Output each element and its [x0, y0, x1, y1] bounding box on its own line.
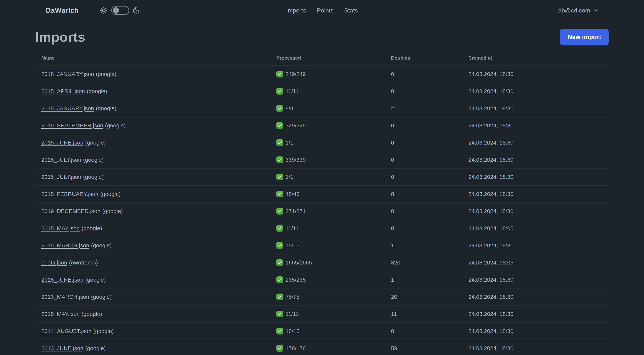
import-source-label: (google) — [96, 71, 116, 77]
cell-processed: 8/8 — [270, 100, 385, 117]
new-import-button[interactable]: New import — [560, 29, 608, 45]
import-source-label: (google) — [85, 277, 106, 283]
cell-doubles: 0 — [385, 323, 462, 340]
import-source-label: (google) — [82, 311, 102, 317]
processed-count: 178/178 — [286, 345, 306, 352]
import-source-label: (google) — [100, 191, 121, 197]
import-file-link[interactable]: 2018_JUNE.json — [41, 277, 83, 283]
chevron-down-icon — [593, 8, 598, 13]
cell-name: 2018_JUNE.json(google) — [36, 271, 270, 288]
cell-processed: 1/1 — [270, 168, 385, 186]
success-check-icon — [276, 225, 283, 232]
table-row: 2015_MAY.json(google) 11/11 0 24.03.2024… — [36, 220, 608, 237]
cell-name: 2014_AUGUST.json(google) — [36, 323, 270, 340]
processed-count: 249/249 — [286, 71, 306, 77]
cell-name: 2015_MAY.json(google) — [36, 306, 270, 323]
cell-processed: 1/1 — [270, 134, 385, 151]
table-row: 2018_JULY.json(google) 339/339 0 24.03.2… — [36, 151, 608, 168]
cell-name: 2015_JANUARY.json(google) — [36, 100, 270, 117]
success-check-icon — [276, 328, 283, 335]
import-file-link[interactable]: 2015_JULY.json — [41, 174, 81, 180]
app-logo[interactable]: DaWarIch — [46, 6, 79, 14]
cell-processed: 11/11 — [270, 220, 385, 237]
import-source-label: (google) — [91, 294, 112, 300]
import-file-link[interactable]: 2019_SEPTEMBER.json — [41, 122, 103, 128]
theme-toggle[interactable] — [100, 6, 140, 15]
cell-name: 2019_DECEMBER.json(google) — [36, 203, 270, 220]
import-file-link[interactable]: 2015_MARCH.json — [41, 242, 89, 249]
cell-created-at: 24.03.2024, 18:30 — [462, 168, 608, 186]
cell-created-at: 24.03.2024, 18:30 — [462, 323, 608, 340]
import-file-link[interactable]: 2015_MAY.json — [41, 311, 80, 317]
table-row: 2015_JULY.json(google) 1/1 0 24.03.2024,… — [36, 168, 608, 186]
imports-table: Name Processed Doubles Created at 2018_J… — [36, 51, 608, 355]
cell-created-at: 24.03.2024, 18:30 — [462, 134, 608, 151]
table-row: 2015_JANUARY.json(google) 8/8 2 24.03.20… — [36, 100, 608, 117]
import-source-label: (google) — [93, 328, 114, 334]
cell-processed: 11/11 — [270, 306, 385, 323]
success-check-icon — [276, 345, 283, 352]
imports-table-wrap: Name Processed Doubles Created at 2018_J… — [36, 51, 608, 355]
import-source-label: (google) — [102, 208, 123, 214]
cell-created-at: 24.03.2024, 18:30 — [462, 271, 608, 288]
import-file-link[interactable]: 2018_JANUARY.json — [41, 71, 94, 77]
table-row: 2015_JUNE.json(google) 1/1 0 24.03.2024,… — [36, 134, 608, 151]
processed-count: 11/11 — [286, 225, 299, 232]
import-source-label: (google) — [82, 225, 102, 231]
import-file-link[interactable]: 2015_FEBRUARY.json — [41, 191, 98, 197]
success-check-icon — [276, 191, 283, 197]
cell-doubles: 0 — [385, 134, 462, 151]
cell-processed: 329/329 — [270, 117, 385, 134]
success-check-icon — [276, 259, 283, 266]
cell-created-at: 24.03.2024, 18:30 — [462, 340, 608, 355]
cell-doubles: 820 — [385, 254, 462, 271]
import-file-link[interactable]: 2015_MAY.json — [41, 225, 80, 231]
import-file-link[interactable]: 2013_MARCH.json — [41, 294, 89, 300]
table-row: odata.json(owntracks) 1665/1665 820 24.0… — [36, 254, 608, 271]
table-row: 2018_JANUARY.json(google) 249/249 0 24.0… — [36, 65, 608, 83]
cell-processed: 48/48 — [270, 186, 385, 203]
cell-doubles: 0 — [385, 168, 462, 186]
import-file-link[interactable]: 2015_APRIL.json — [41, 88, 85, 94]
cell-name: 2013_JUNE.json(google) — [36, 340, 270, 355]
import-file-link[interactable]: 2019_DECEMBER.json — [41, 208, 100, 214]
cell-created-at: 24.03.2024, 18:30 — [462, 186, 608, 203]
import-file-link[interactable]: 2013_JUNE.json — [41, 345, 83, 351]
import-file-link[interactable]: 2015_JUNE.json — [41, 139, 83, 146]
success-check-icon — [276, 174, 283, 180]
import-file-link[interactable]: odata.json — [41, 260, 67, 266]
import-source-label: (google) — [83, 157, 104, 163]
success-check-icon — [276, 276, 283, 283]
import-source-label: (google) — [87, 88, 107, 94]
success-check-icon — [276, 88, 283, 95]
theme-switch-track[interactable] — [111, 6, 129, 15]
cell-doubles: 0 — [385, 83, 462, 100]
cell-name: 2015_MAY.json(google) — [36, 220, 270, 237]
success-check-icon — [276, 208, 283, 215]
nav-link-imports[interactable]: Imports — [286, 7, 306, 14]
processed-count: 75/75 — [286, 294, 300, 300]
cell-created-at: 24.03.2024, 18:30 — [462, 83, 608, 100]
cell-name: 2015_MARCH.json(google) — [36, 237, 270, 254]
nav-link-stats[interactable]: Stats — [344, 7, 358, 14]
success-check-icon — [276, 139, 283, 146]
processed-count: 11/11 — [286, 88, 299, 94]
cell-processed: 271/271 — [270, 203, 385, 220]
cell-name: 2013_MARCH.json(google) — [36, 288, 270, 306]
import-file-link[interactable]: 2015_JANUARY.json — [41, 105, 94, 111]
processed-count: 235/235 — [286, 277, 306, 283]
success-check-icon — [276, 71, 283, 77]
table-row: 2015_FEBRUARY.json(google) 48/48 8 24.03… — [36, 186, 608, 203]
column-header-name: Name — [36, 51, 270, 65]
cell-created-at: 24.03.2024, 18:30 — [462, 65, 608, 83]
nav-link-points[interactable]: Points — [317, 7, 333, 14]
user-menu-trigger[interactable]: ab@cd.com — [558, 7, 598, 14]
import-file-link[interactable]: 2018_JULY.json — [41, 157, 81, 163]
cell-name: odata.json(owntracks) — [36, 254, 270, 271]
cell-name: 2015_FEBRUARY.json(google) — [36, 186, 270, 203]
import-file-link[interactable]: 2014_AUGUST.json — [41, 328, 91, 334]
import-source-label: (owntracks) — [69, 260, 98, 266]
cell-name: 2015_JULY.json(google) — [36, 168, 270, 186]
cell-doubles: 11 — [385, 306, 462, 323]
cell-created-at: 24.03.2024, 18:30 — [462, 237, 608, 254]
